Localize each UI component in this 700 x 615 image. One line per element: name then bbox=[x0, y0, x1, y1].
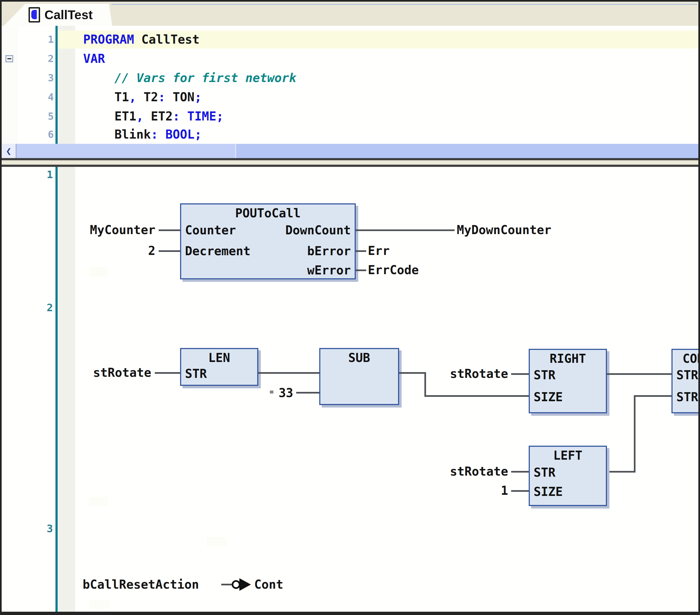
input-pin-size: SIZE bbox=[534, 486, 563, 498]
wire bbox=[634, 395, 636, 472]
pane-splitter[interactable] bbox=[2, 158, 698, 167]
block-title: SUB bbox=[320, 351, 398, 364]
input-pin-str1: STR1 bbox=[676, 369, 698, 381]
horizontal-scrollbar[interactable]: ❮ bbox=[2, 144, 698, 158]
fb-poutocall[interactable]: POUToCall Counter Decrement DownCount bE… bbox=[180, 203, 356, 279]
wire bbox=[159, 250, 180, 252]
operand-left-size[interactable]: 1 bbox=[481, 485, 508, 497]
tab-title: CallTest bbox=[45, 8, 93, 22]
code-line[interactable]: 6 Blink: BOOL; bbox=[2, 125, 698, 143]
code-text: ET1, ET2: TIME; bbox=[114, 107, 223, 125]
code-text: T1, T2: TON; bbox=[114, 88, 202, 106]
wire bbox=[356, 250, 366, 252]
fb-sub[interactable]: SUB bbox=[319, 348, 399, 405]
wire bbox=[356, 229, 454, 231]
operand-strotate-len[interactable]: stRotate bbox=[69, 367, 151, 379]
scrollbar-thumb[interactable] bbox=[16, 144, 236, 158]
line-number: 3 bbox=[7, 69, 54, 87]
wire bbox=[511, 373, 529, 375]
output-pin-downcount: DownCount bbox=[286, 224, 351, 236]
result-mydowncounter[interactable]: MyDownCounter bbox=[457, 224, 551, 236]
input-pin-decrement: Decrement bbox=[185, 245, 250, 257]
input-pin-str: STR bbox=[534, 369, 555, 381]
insertion-placeholder[interactable] bbox=[89, 267, 108, 277]
line-number: 5 bbox=[7, 107, 54, 125]
action-arrow-icon bbox=[239, 578, 251, 591]
declaration-editor[interactable]: 1 PROGRAM CallTest 2 VAR 3 // Vars for f… bbox=[2, 26, 698, 144]
operand-bcallresetaction[interactable]: bCallResetAction bbox=[83, 578, 199, 591]
plc-editor-window: CallTest 1 PROGRAM CallTest 2 VAR 3 // V… bbox=[0, 0, 700, 615]
wire bbox=[221, 584, 232, 585]
wire bbox=[607, 373, 672, 375]
fbd-editor[interactable]: 1 2 3 MyCounter 2 POUToCall Counter Decr… bbox=[2, 167, 698, 612]
fb-right[interactable]: RIGHT STR SIZE bbox=[529, 349, 607, 413]
code-line[interactable]: 1 PROGRAM CallTest bbox=[2, 30, 698, 49]
fb-concat[interactable]: CONCAT STR1 STR2 bbox=[672, 349, 698, 413]
input-pin-str: STR bbox=[534, 466, 555, 479]
operand-strotate-right[interactable]: stRotate bbox=[426, 368, 508, 380]
insertion-placeholder[interactable] bbox=[206, 537, 227, 547]
wire bbox=[399, 372, 426, 374]
wire bbox=[258, 372, 319, 374]
scroll-left-button[interactable]: ❮ bbox=[2, 144, 16, 158]
block-title: RIGHT bbox=[530, 352, 606, 365]
gutter-separator-line bbox=[55, 167, 58, 612]
line-number: 1 bbox=[7, 30, 54, 49]
code-text: Blink: BOOL; bbox=[114, 125, 202, 143]
tab-bar: CallTest bbox=[2, 2, 698, 26]
fb-left[interactable]: LEFT STR SIZE bbox=[529, 446, 607, 506]
action-target-cont[interactable]: Cont bbox=[254, 578, 283, 591]
wire bbox=[511, 471, 529, 473]
output-pin-werror: wError bbox=[307, 264, 351, 276]
input-pin-size: SIZE bbox=[534, 391, 563, 403]
result-err[interactable]: Err bbox=[368, 245, 389, 257]
line-number: 4 bbox=[7, 88, 54, 106]
result-errcode[interactable]: ErrCode bbox=[368, 264, 418, 276]
operand-decrement-value[interactable]: 2 bbox=[128, 245, 155, 257]
block-title: CONCAT bbox=[673, 352, 698, 365]
line-number: 2 bbox=[7, 50, 54, 68]
input-pin-str2: STR2 bbox=[676, 391, 698, 403]
network-2-number: 2 bbox=[13, 302, 53, 314]
network-1-number: 1 bbox=[13, 168, 53, 180]
input-pin-counter: Counter bbox=[185, 224, 236, 236]
wire bbox=[155, 372, 180, 374]
operand-sub-constant[interactable]: 33 bbox=[265, 387, 293, 399]
operand-strotate-left[interactable]: stRotate bbox=[426, 465, 508, 477]
tabbar-top-line bbox=[111, 4, 697, 5]
tab-calltest[interactable]: CallTest bbox=[4, 4, 112, 26]
wire bbox=[159, 229, 180, 231]
input-pin-str: STR bbox=[185, 368, 207, 380]
line-number: 6 bbox=[7, 125, 54, 143]
code-line[interactable]: 5 ET1, ET2: TIME; bbox=[2, 107, 698, 125]
fb-len[interactable]: LEN STR bbox=[180, 348, 258, 386]
code-line[interactable]: 2 VAR bbox=[2, 50, 698, 68]
network-3-number: 3 bbox=[13, 523, 53, 535]
code-text: PROGRAM CallTest bbox=[83, 30, 200, 49]
insertion-placeholder[interactable] bbox=[89, 497, 108, 506]
operand-mycounter[interactable]: MyCounter bbox=[69, 224, 155, 236]
block-title: LEFT bbox=[530, 449, 606, 462]
wire bbox=[356, 269, 366, 271]
pou-document-icon bbox=[28, 7, 40, 23]
code-line[interactable]: 4 T1, T2: TON; bbox=[2, 88, 698, 106]
code-text: VAR bbox=[83, 50, 105, 68]
insertion-placeholder[interactable] bbox=[89, 599, 110, 609]
wire bbox=[511, 490, 529, 492]
code-text: // Vars for first network bbox=[114, 69, 296, 87]
chevron-left-icon: ❮ bbox=[6, 146, 11, 156]
wire bbox=[296, 392, 319, 393]
wire bbox=[424, 395, 530, 397]
output-pin-berror: bError bbox=[307, 245, 351, 257]
block-title: POUToCall bbox=[181, 206, 355, 220]
wire bbox=[607, 471, 636, 473]
block-title: LEN bbox=[181, 351, 257, 364]
pou-glyph-icon bbox=[31, 10, 37, 19]
wire bbox=[634, 395, 672, 397]
code-line[interactable]: 3 // Vars for first network bbox=[2, 69, 698, 87]
